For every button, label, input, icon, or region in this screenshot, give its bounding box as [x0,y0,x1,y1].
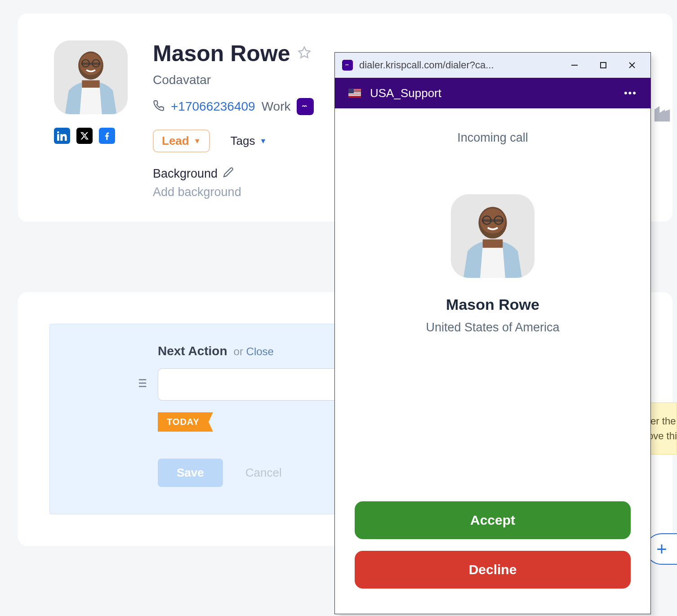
contact-name: Mason Rowe [153,40,290,67]
avatar-column [54,40,135,199]
close-link[interactable]: Close [246,345,274,357]
cancel-button[interactable]: Cancel [245,466,282,480]
lead-label: Lead [162,134,189,148]
edit-icon[interactable] [223,167,234,181]
dialer-body: Incoming call Mason Rowe United States o… [335,108,650,501]
more-icon[interactable]: ••• [624,87,637,99]
window-url: dialer.krispcall.com/dialer?ca... [359,59,557,71]
favicon-icon [342,60,353,71]
caller-location: United States of America [426,321,559,335]
dialer-header: USA_Support ••• [335,78,650,108]
x-icon[interactable] [76,128,93,144]
star-icon[interactable] [298,46,311,61]
chevron-down-icon: ▼ [194,137,201,145]
note-line2: ove this [648,429,672,443]
caller-name: Mason Rowe [446,296,539,313]
svg-rect-15 [601,62,606,68]
save-button[interactable]: Save [158,459,223,487]
decline-button[interactable]: Decline [355,551,631,589]
tags-label: Tags [231,134,255,148]
maximize-button[interactable] [592,56,615,74]
phone-icon [153,100,165,113]
incoming-call-label: Incoming call [457,131,528,145]
dialer-title: USA_Support [370,86,441,100]
social-links [54,128,135,144]
accept-button[interactable]: Accept [355,501,631,539]
today-badge[interactable]: TODAY [158,412,213,432]
lead-dropdown[interactable]: Lead ▼ [153,129,210,152]
linkedin-icon[interactable] [54,128,70,144]
minimize-button[interactable] [563,56,586,74]
dialer-badge-icon[interactable] [297,98,314,115]
list-icon[interactable] [134,376,148,392]
caller-avatar [451,194,534,278]
dialer-popup: dialer.krispcall.com/dialer?ca... USA_Su… [334,52,651,614]
dialer-buttons: Accept Decline [335,501,650,614]
tags-dropdown[interactable]: Tags ▼ [231,134,267,148]
note-line1: ter the c [648,414,672,429]
svg-marker-7 [298,47,310,58]
phone-type-label: Work [262,99,291,114]
next-action-title: Next Action [158,344,227,358]
or-close-text: or Close [234,345,274,358]
us-flag-icon [348,89,361,98]
chevron-down-icon: ▼ [259,137,267,145]
window-titlebar: dialer.krispcall.com/dialer?ca... [335,53,650,78]
facebook-icon[interactable] [99,128,115,144]
background-label: Background [153,167,218,181]
dialer-title-group: USA_Support [348,86,441,100]
avatar[interactable] [54,40,128,114]
building-icon[interactable] [652,103,673,126]
close-button[interactable] [621,56,643,74]
phone-number[interactable]: +17066236409 [171,99,255,114]
